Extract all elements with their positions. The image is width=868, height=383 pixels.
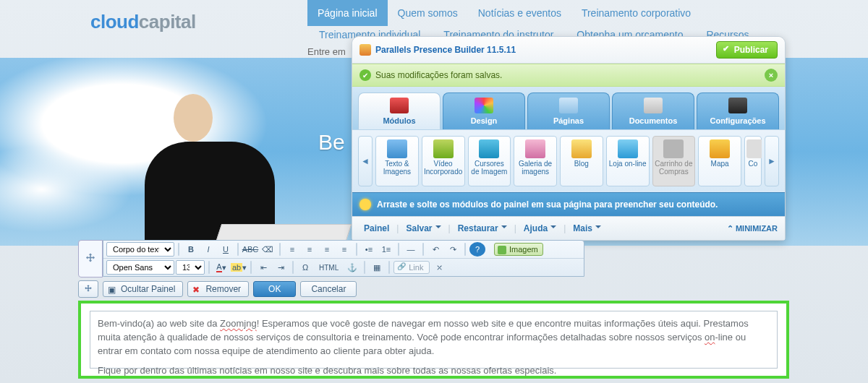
- pages-icon: [559, 98, 578, 113]
- text-images-icon: [387, 139, 407, 158]
- hr-button[interactable]: —: [403, 242, 419, 257]
- module-cart: Carrinho de Compras: [652, 136, 696, 186]
- list-ul-button[interactable]: •≡: [361, 242, 377, 257]
- delete-icon: ✖: [192, 285, 200, 295]
- indent-button[interactable]: ⇥: [273, 260, 289, 275]
- primary-nav: Página inicial Quem somos Notícias e eve…: [307, 0, 701, 26]
- html-source-button[interactable]: HTML: [315, 260, 343, 275]
- table-button[interactable]: ▦: [369, 260, 385, 275]
- restore-link[interactable]: Restaurar: [454, 221, 511, 236]
- map-icon: [710, 139, 730, 158]
- module-text-images[interactable]: Texto & Imagens: [375, 136, 419, 186]
- underline-button[interactable]: U: [218, 242, 234, 257]
- store-icon: [618, 139, 638, 158]
- align-justify-button[interactable]: ≡: [336, 242, 352, 257]
- chevron-down-icon: [435, 225, 441, 231]
- subline-text: Entre em: [307, 46, 346, 57]
- dismiss-saved-button[interactable]: ×: [765, 69, 778, 82]
- anchor-button[interactable]: ⚓: [344, 260, 360, 275]
- tab-pages[interactable]: Páginas: [527, 92, 610, 129]
- tab-modules[interactable]: Módulos: [358, 92, 441, 129]
- builder-title: Parallels Presence Builder 11.5.11: [375, 45, 516, 55]
- strike-button[interactable]: ABC: [242, 242, 258, 257]
- font-color-button[interactable]: A▾: [213, 260, 229, 275]
- align-left-button[interactable]: ≡: [284, 242, 300, 257]
- remove-button[interactable]: ✖Remover: [187, 281, 249, 297]
- check-icon: ✔: [359, 69, 371, 81]
- nav-about[interactable]: Quem somos: [388, 0, 468, 26]
- modules-icon: [390, 98, 409, 113]
- insert-image-button[interactable]: Imagem: [494, 243, 543, 256]
- content-paragraph-2[interactable]: Fique por dentro das últimas notícias em…: [98, 364, 770, 378]
- ok-button[interactable]: OK: [253, 281, 296, 297]
- tab-design[interactable]: Design: [443, 92, 525, 129]
- align-right-button[interactable]: ≡: [319, 242, 335, 257]
- module-store[interactable]: Loja on-line: [606, 136, 650, 186]
- scroll-right-button[interactable]: ►: [765, 136, 779, 186]
- move-icon: [84, 252, 97, 265]
- module-video[interactable]: Vídeo Incorporado: [422, 136, 465, 186]
- move-block-button[interactable]: [78, 280, 98, 298]
- italic-button[interactable]: I: [200, 242, 216, 257]
- tab-settings[interactable]: Configurações: [697, 92, 779, 129]
- redo-button[interactable]: ↷: [445, 242, 461, 257]
- nav-news[interactable]: Notícias e eventos: [468, 0, 571, 26]
- panel-icon: ▣: [108, 285, 116, 295]
- cancel-button[interactable]: Cancelar: [300, 281, 357, 297]
- drag-hint: Arraste e solte os módulos do painel em …: [352, 192, 785, 216]
- tab-documents[interactable]: Documentos: [612, 92, 694, 129]
- move-icon: [83, 284, 93, 294]
- more-icon: [746, 139, 762, 158]
- content-paragraph-1[interactable]: Bem-vindo(a) ao web site da Zoomjng! Esp…: [98, 317, 770, 358]
- unlink-button[interactable]: ⤫: [431, 260, 447, 275]
- toolbar-move-handle[interactable]: [78, 240, 103, 277]
- insert-link-button[interactable]: Link: [393, 261, 430, 274]
- module-sliders[interactable]: Cursores de Imagem: [468, 136, 511, 186]
- chevron-down-icon: [550, 225, 556, 231]
- gallery-icon: [525, 139, 545, 158]
- close-icon: ×: [769, 71, 773, 79]
- settings-icon: [728, 98, 747, 113]
- highlight-button[interactable]: ab▾: [231, 260, 247, 275]
- saved-message: ✔Suas modificações foram salvas.: [359, 69, 502, 81]
- special-char-button[interactable]: Ω: [297, 260, 313, 275]
- nav-corp-training[interactable]: Treinamento corporativo: [571, 0, 701, 26]
- nav-home[interactable]: Página inicial: [307, 0, 388, 26]
- design-icon: [475, 98, 493, 113]
- chevron-down-icon: [595, 225, 601, 231]
- documents-icon: [644, 98, 663, 113]
- help-link[interactable]: Ajuda: [519, 221, 561, 236]
- font-family-select[interactable]: Open Sans: [106, 260, 174, 275]
- module-more[interactable]: Co: [744, 136, 762, 186]
- bold-button[interactable]: B: [183, 242, 199, 257]
- slider-icon: [479, 139, 499, 158]
- minimize-link[interactable]: MINIMIZAR: [727, 224, 778, 233]
- clear-format-button[interactable]: ⌫: [260, 242, 276, 257]
- outdent-button[interactable]: ⇤: [255, 260, 271, 275]
- blog-icon: [571, 139, 592, 158]
- video-icon: [433, 139, 454, 158]
- builder-app-icon: [359, 44, 371, 56]
- paragraph-style-select[interactable]: Corpo do texto: [106, 242, 174, 257]
- site-logo: cloudcapital: [90, 11, 196, 33]
- help-icon-button[interactable]: ?: [469, 242, 485, 257]
- save-link[interactable]: Salvar: [401, 221, 445, 236]
- more-link[interactable]: Mais: [569, 221, 605, 236]
- lightbulb-icon: [359, 199, 371, 210]
- publish-button[interactable]: Publicar: [716, 41, 778, 59]
- align-center-button[interactable]: ≡: [302, 242, 318, 257]
- cart-icon: [663, 139, 684, 158]
- builder-panel: Parallels Presence Builder 11.5.11 Publi…: [352, 36, 786, 241]
- panel-link[interactable]: Painel: [359, 221, 393, 236]
- module-blog[interactable]: Blog: [560, 136, 603, 186]
- hide-panel-button[interactable]: ▣Ocultar Painel: [103, 281, 183, 297]
- content-editor[interactable]: Bem-vindo(a) ao web site da Zoomjng! Esp…: [78, 301, 789, 379]
- list-ol-button[interactable]: 1≡: [378, 242, 394, 257]
- hero-headline: Be: [318, 130, 345, 155]
- scroll-left-button[interactable]: ◄: [358, 136, 373, 186]
- undo-button[interactable]: ↶: [427, 242, 443, 257]
- module-gallery[interactable]: Galeria de imagens: [514, 136, 557, 186]
- module-map[interactable]: Mapa: [698, 136, 741, 186]
- hero-person-image: [130, 72, 311, 246]
- font-size-select[interactable]: 13: [176, 260, 205, 275]
